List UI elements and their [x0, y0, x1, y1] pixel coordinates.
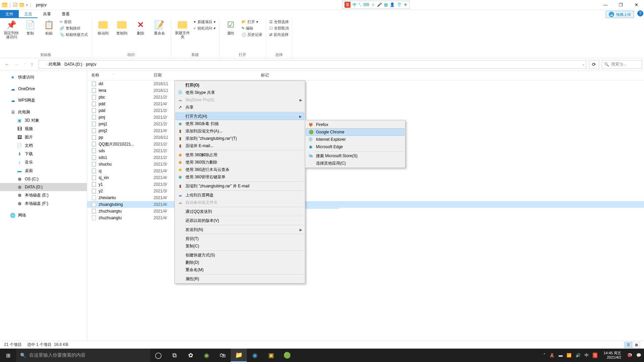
file-row[interactable]: zhuzhuangtu2021/4/	[87, 215, 644, 221]
ime-keyboard-icon[interactable]: ⌨	[363, 2, 369, 7]
copy-button[interactable]: 📄复制	[22, 19, 38, 36]
moveto-button[interactable]: 移动到	[95, 19, 111, 36]
open-button[interactable]: 📂打开 ▾	[241, 19, 262, 24]
ime-emoji-icon[interactable]: ☺	[371, 2, 375, 7]
sub-ie[interactable]: ⓔInternet Explorer	[306, 136, 405, 143]
tray-volume-icon[interactable]: 🔊	[576, 353, 581, 358]
ctx-zipemail[interactable]: ▮压缩到 "zhuangtubing.rar" 并 E-mail	[175, 182, 304, 190]
qat-check-icon[interactable]: ☑	[13, 2, 17, 8]
ctx-autobak[interactable]: ☁自动备份该文件夹	[175, 199, 304, 206]
file-row[interactable]: pmj2021/2/	[87, 114, 644, 121]
edit-button[interactable]: ✎编辑	[241, 26, 262, 31]
nav-network[interactable]: 🌐网络	[0, 211, 87, 220]
ctx-share[interactable]: ↗共享	[175, 104, 304, 111]
back-button[interactable]: ←	[5, 62, 9, 67]
cut-button[interactable]: ✂剪切	[60, 19, 88, 24]
sub-firefox[interactable]: 🦊Firefox	[306, 121, 405, 128]
app-pycharm-icon[interactable]: ▣	[263, 349, 279, 362]
nav-wps[interactable]: ☁WPS网盘	[0, 96, 87, 105]
ctx-zipmail[interactable]: ▮压缩并 E-mail...	[175, 142, 304, 149]
selectinvert-button[interactable]: ⇄反向选择	[269, 32, 289, 37]
close-button[interactable]: ✕	[629, 0, 644, 10]
ribbon-collapse-icon[interactable]: ˆ	[633, 11, 634, 15]
ctx-open[interactable]: 打开(O)	[175, 81, 304, 89]
file-row[interactable]: lena2016/11	[87, 87, 644, 94]
file-row[interactable]: zhuzhuangtu2021/4/	[87, 208, 644, 215]
file-row[interactable]: pbc2021/2/	[87, 94, 644, 101]
file-row[interactable]: zhexiantu2021/4/	[87, 194, 644, 201]
nav-desktop[interactable]: ▬桌面	[0, 167, 87, 175]
tab-view[interactable]: 查看	[56, 10, 75, 18]
file-row[interactable]: dd2016/11	[87, 80, 644, 87]
app-360-icon[interactable]: ✿	[182, 349, 199, 362]
sub-other[interactable]: 选择其他应用(C)	[306, 160, 405, 167]
ctx-addrar[interactable]: ▮添加到 "zhuangtubing.rar"(T)	[175, 135, 304, 142]
file-row[interactable]: y12021/3/	[87, 181, 644, 188]
app-chrome-icon[interactable]: 🟢	[279, 349, 295, 362]
ctx-sendto[interactable]: 发送到(N)▶	[175, 226, 304, 233]
tray-ime-icon[interactable]: 中	[585, 353, 589, 358]
pasteshortcut-button[interactable]: 📎粘贴快捷方式	[60, 32, 88, 37]
file-row[interactable]: zhuangtubing2021/4/	[87, 201, 644, 208]
ctx-skydrive[interactable]: ☁SkyDrive Pro(S)▶	[175, 96, 304, 104]
copypath-button[interactable]: 🔗复制路径	[60, 26, 88, 31]
selectall-button[interactable]: ☰全部选择	[269, 19, 289, 24]
nav-localf[interactable]: ⬢本地磁盘 (F:)	[0, 199, 87, 208]
ctx-restore[interactable]: 还原以前的版本(V)	[175, 217, 304, 224]
breadcrumb-folder[interactable]: pmjcv	[86, 62, 96, 67]
sub-store[interactable]: 🛍搜索 Microsoft Store(S)	[306, 152, 405, 160]
ctx-scan360[interactable]: ◉使用 360杀毒 扫描	[175, 120, 304, 127]
newfolder-button[interactable]: 新建文件夹	[174, 19, 191, 39]
action-center-button[interactable]: 💬	[636, 353, 641, 358]
sub-chrome[interactable]: 🟢Google Chrome	[306, 128, 405, 136]
sub-edge[interactable]: ◉Microsoft Edge	[306, 143, 405, 150]
nav-music[interactable]: ♪音乐	[0, 158, 87, 167]
nav-onedrive[interactable]: ☁OneDrive	[0, 85, 87, 93]
ctx-menu360[interactable]: ◉使用 360管理右键菜单	[175, 173, 304, 181]
ime-lang[interactable]: 中	[353, 2, 357, 8]
cortana-button[interactable]: ◯	[150, 349, 166, 362]
ctx-unlock360[interactable]: ◉使用 360解除占用	[175, 151, 304, 159]
ime-skin-icon[interactable]: 👕	[397, 2, 402, 7]
easyaccess-button[interactable]: ✓轻松访问 ▾	[193, 26, 216, 31]
tray-sogou-icon[interactable]: S	[593, 353, 597, 358]
ctx-delete[interactable]: 删除(D)	[175, 259, 304, 266]
history-button[interactable]: 🕘历史记录	[241, 32, 262, 37]
file-row[interactable]: sj2021/4/	[87, 168, 644, 174]
up-button[interactable]: ↑	[31, 62, 33, 67]
nav-locale[interactable]: ⬢本地磁盘 (E:)	[0, 191, 87, 199]
app-store-icon[interactable]: 🛍	[215, 349, 231, 362]
app-explorer-icon[interactable]: 📁	[231, 349, 247, 362]
paste-button[interactable]: 📋粘贴	[41, 19, 57, 36]
selectnone-button[interactable]: ☐全部取消	[269, 26, 289, 31]
qat-dropdown-icon[interactable]: ▾	[26, 3, 28, 7]
nav-osc[interactable]: ⬢OS (C:)	[0, 175, 87, 183]
nav-quickaccess[interactable]: ★快速访问	[0, 73, 87, 81]
context-menu[interactable]: 打开(O) ⓢ使用 Skype 共享 ☁SkyDrive Pro(S)▶ ↗共享…	[174, 80, 305, 284]
newitem-button[interactable]: ✦新建项目 ▾	[193, 19, 216, 24]
rename-button[interactable]: 📝重命名	[151, 19, 167, 36]
file-row[interactable]: sj_xin2021/4/	[87, 174, 644, 181]
openwith-submenu[interactable]: 🦊Firefox 🟢Google Chrome ⓔInternet Explor…	[305, 120, 406, 168]
qat-folder-icon[interactable]	[19, 3, 24, 7]
ctx-rename[interactable]: 重命名(M)	[175, 266, 304, 274]
tray-wifi-icon[interactable]: 📶	[567, 353, 572, 358]
copyto-button[interactable]: 复制到	[114, 19, 130, 36]
minimize-button[interactable]: —	[598, 0, 613, 10]
nav-pictures[interactable]: 🖼图片	[0, 133, 87, 141]
app-browser-icon[interactable]: ◉	[199, 349, 215, 362]
delete-button[interactable]: ✕删除	[132, 19, 149, 36]
column-headers[interactable]: 名称˄ 日期 标记	[87, 70, 644, 80]
nav-documents[interactable]: 📄文档	[0, 141, 87, 150]
nav-3d[interactable]: ▣3D 对象	[0, 116, 87, 125]
col-tags[interactable]: 标记	[257, 72, 273, 78]
breadcrumb-drive[interactable]: DATA (D:)	[64, 62, 82, 67]
nav-downloads[interactable]: ⬇下载	[0, 150, 87, 158]
recent-dropdown[interactable]: ⌄	[23, 62, 26, 67]
ime-tools-icon[interactable]: ✚	[404, 2, 407, 7]
tab-share[interactable]: 共享	[38, 10, 56, 18]
ctx-force360[interactable]: ◉使用 360强力删除	[175, 159, 304, 166]
ctx-baidu[interactable]: ☁上传到百度网盘	[175, 191, 304, 199]
forward-button[interactable]: →	[14, 62, 19, 67]
ime-toolbar[interactable]: S 中 °, ⌨ ☺ 🎤 ▦ 👤 👕 ✚	[342, 1, 410, 9]
